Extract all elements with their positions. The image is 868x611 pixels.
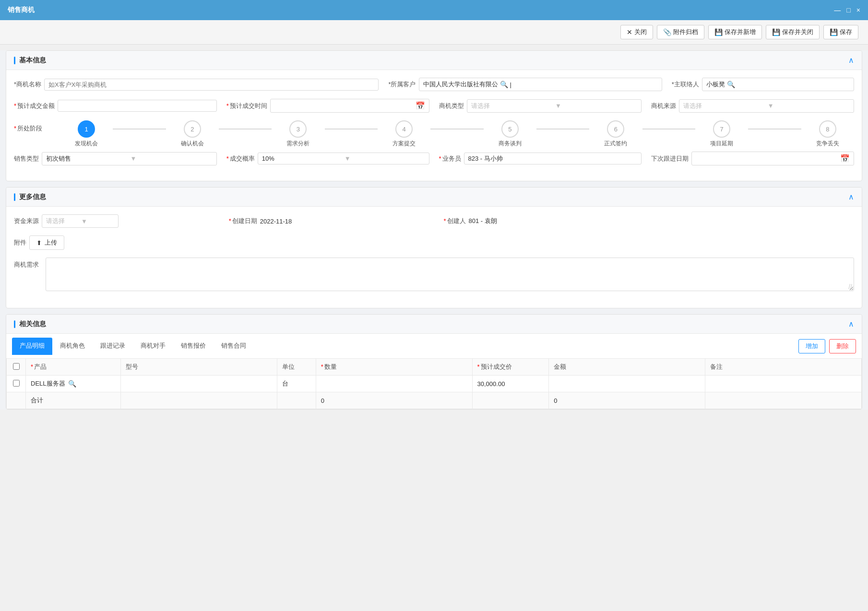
customer-label: *所属客户	[388, 80, 416, 89]
more-info-title: 更多信息	[14, 193, 46, 201]
product-detail-table-container: 产品 型号 单位 数量 预计成交价 金额 备注	[6, 358, 862, 409]
window-close-button[interactable]: ×	[856, 6, 860, 14]
stages-container: 1 发现机会 2 确认机会 3 需求分析 4	[60, 120, 854, 148]
customer-input-wrapper: 中国人民大学出版社有限公 🔍 |	[419, 78, 662, 91]
row-amount-cell[interactable]	[549, 376, 705, 392]
fund-source-select[interactable]: 请选择 ▼	[42, 214, 119, 228]
next-follow-date-wrapper: 📅	[691, 152, 854, 165]
tab-follow-record[interactable]: 跟进记录	[93, 338, 133, 355]
opportunity-type-field: 商机类型 请选择 ▼	[429, 99, 642, 113]
next-follow-date-input[interactable]	[696, 155, 838, 162]
row-quantity-cell[interactable]	[316, 376, 472, 392]
customer-search-icon[interactable]: 🔍	[500, 81, 508, 88]
customer-value: 中国人民大学出版社有限公	[423, 80, 498, 89]
maximize-button[interactable]: □	[846, 6, 850, 14]
stage-item-8: 8 竞争丢失	[801, 120, 854, 148]
tab-sales-quote[interactable]: 销售报价	[173, 338, 214, 355]
product-search-icon[interactable]: 🔍	[68, 380, 76, 388]
close-button[interactable]: ✕ 关闭	[620, 25, 653, 39]
stage-name-4: 方案提交	[392, 140, 416, 148]
opportunity-name-input[interactable]	[44, 79, 379, 91]
row-unit-cell: 台	[277, 376, 316, 392]
stage-circle-2[interactable]: 2	[184, 120, 201, 138]
summary-price-cell	[472, 392, 549, 409]
attachment-archive-button[interactable]: 📎 附件归档	[657, 25, 704, 39]
row-model-input[interactable]	[126, 380, 272, 388]
save-new-icon: 💾	[714, 28, 723, 36]
create-date-value: 2022-11-18	[260, 218, 292, 225]
date-calendar-icon[interactable]: 📅	[416, 101, 425, 110]
stage-circle-3[interactable]: 3	[289, 120, 307, 138]
stage-circle-8[interactable]: 8	[819, 120, 836, 138]
row-quantity-input[interactable]	[321, 380, 467, 388]
title-bar: 销售商机 — □ ×	[0, 0, 868, 20]
related-info-section: 相关信息 ∧ 产品明细 商机角色 跟进记录 商机对手 销售报价 销售合同 增加 …	[6, 314, 862, 410]
col-price: 预计成交价	[472, 359, 549, 376]
more-info-row-3: 商机需求 //	[14, 258, 854, 293]
stage-connector-2	[219, 129, 272, 129]
tab-opportunity-competitor[interactable]: 商机对手	[133, 338, 173, 355]
stage-circle-4[interactable]: 4	[395, 120, 413, 138]
opportunity-source-select[interactable]: 请选择 ▼	[679, 99, 854, 113]
row-remark-input[interactable]	[710, 380, 856, 388]
more-info-title-bar-accent	[14, 193, 15, 201]
creator-value: 801 - 袁朗	[469, 217, 497, 225]
related-tabs-row: 产品明细 商机角色 跟进记录 商机对手 销售报价 销售合同 增加 删除	[6, 334, 862, 358]
fund-source-placeholder: 请选择	[46, 217, 79, 225]
upload-button[interactable]: ⬆ 上传	[29, 235, 64, 250]
win-rate-field: 成交概率 10% ▼	[217, 153, 429, 164]
follow-date-calendar-icon[interactable]: 📅	[840, 154, 850, 163]
estimated-date-label: 预计成交时间	[226, 102, 267, 110]
select-all-checkbox[interactable]	[13, 363, 20, 370]
save-and-new-button[interactable]: 💾 保存并新增	[708, 25, 762, 39]
stage-circle-1[interactable]: 1	[78, 120, 95, 138]
save-button[interactable]: 💾 保存	[823, 25, 858, 39]
stage-item-7: 7 项目延期	[695, 120, 748, 148]
stage-circle-6[interactable]: 6	[607, 120, 624, 138]
stage-circle-7[interactable]: 7	[713, 120, 730, 138]
create-date-field: 创建日期 2022-11-18	[219, 217, 434, 225]
more-info-row-2: 附件 ⬆ 上传	[14, 235, 854, 250]
form-row-1: *商机名称 *所属客户 中国人民大学出版社有限公 🔍 | *主联络人 小板凳	[14, 78, 854, 91]
estimated-amount-input[interactable]	[58, 100, 217, 112]
sales-type-field: 销售类型 初次销售 ▼	[14, 152, 217, 165]
attachment-label: 附件	[14, 235, 26, 247]
win-rate-label: 成交概率	[226, 154, 255, 163]
sales-type-select[interactable]: 初次销售 ▼	[42, 152, 217, 165]
main-contact-search-icon[interactable]: 🔍	[727, 81, 735, 88]
row-checkbox[interactable]	[13, 380, 20, 387]
related-info-collapse-button[interactable]: ∧	[848, 319, 854, 329]
minimize-button[interactable]: —	[834, 6, 841, 14]
sales-type-arrow: ▼	[130, 155, 212, 162]
more-info-body: 资金来源 请选择 ▼ 创建日期 2022-11-18 创建人 801 - 袁朗	[6, 207, 862, 308]
opportunity-needs-textarea[interactable]	[46, 258, 854, 291]
stage-item-1: 1 发现机会	[60, 120, 113, 148]
basic-info-collapse-button[interactable]: ∧	[848, 56, 854, 65]
stage-circle-5[interactable]: 5	[501, 120, 519, 138]
more-info-collapse-button[interactable]: ∧	[848, 192, 854, 201]
opportunity-type-select[interactable]: 请选择 ▼	[467, 99, 642, 113]
delete-button[interactable]: 删除	[829, 339, 856, 353]
more-info-row-1: 资金来源 请选择 ▼ 创建日期 2022-11-18 创建人 801 - 袁朗	[14, 214, 854, 228]
stage-item-2: 2 确认机会	[166, 120, 219, 148]
row-remark-cell[interactable]	[705, 376, 862, 392]
save-and-close-button[interactable]: 💾 保存并关闭	[766, 25, 820, 39]
add-button[interactable]: 增加	[798, 339, 825, 353]
win-rate-select[interactable]: 10% ▼	[258, 153, 429, 164]
salesperson-input[interactable]	[464, 153, 642, 164]
opportunity-source-label: 商机来源	[651, 102, 676, 110]
row-amount-input[interactable]	[554, 380, 700, 388]
row-model-cell[interactable]	[121, 376, 277, 392]
tab-sales-contract[interactable]: 销售合同	[214, 338, 254, 355]
estimated-date-input[interactable]	[274, 102, 414, 109]
opportunity-needs-field: 商机需求 //	[14, 258, 854, 293]
row-product-value: DELL服务器	[31, 379, 65, 388]
tab-opportunity-role[interactable]: 商机角色	[52, 338, 93, 355]
estimated-date-field: 预计成交时间 📅	[217, 99, 429, 113]
tab-product-detail[interactable]: 产品明细	[12, 338, 52, 355]
estimated-date-input-wrapper: 📅	[270, 99, 429, 113]
creator-label: 创建人	[444, 217, 466, 225]
window-controls[interactable]: — □ ×	[834, 6, 860, 14]
stage-name-6: 正式签约	[604, 140, 627, 148]
col-product: 产品	[26, 359, 121, 376]
